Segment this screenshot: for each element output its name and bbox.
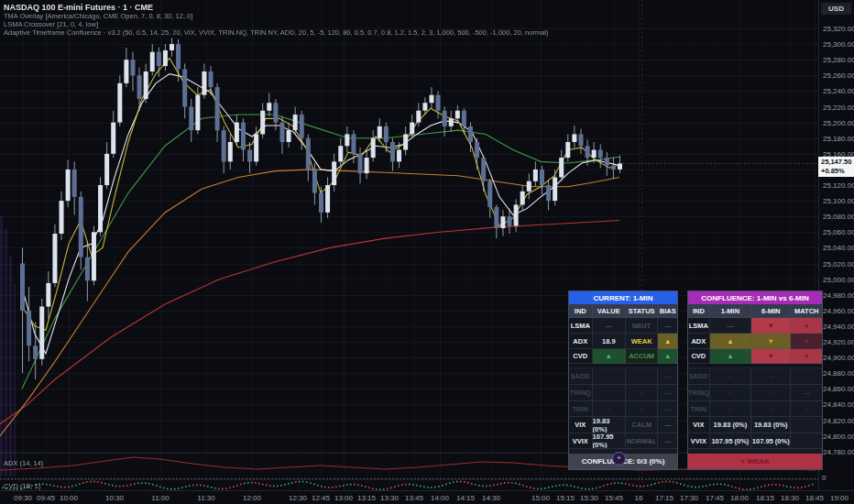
time-tick: 15:30 xyxy=(580,494,598,502)
price-tick: 25,020.00 xyxy=(823,259,854,268)
table-row: ADX▲▼× xyxy=(688,334,822,349)
time-tick: 11:00 xyxy=(151,494,169,502)
price-tick: 25,100.00 xyxy=(823,197,854,205)
time-tick: 12:45 xyxy=(312,494,330,502)
cvd-zero-label: 0 xyxy=(822,474,826,482)
time-tick: 12:30 xyxy=(289,494,307,502)
time-tick: 16 xyxy=(635,494,643,502)
table-cell: - xyxy=(626,385,658,401)
time-tick: 17:15 xyxy=(655,494,673,502)
price-tick: 25,260.00 xyxy=(823,71,854,80)
time-tick: 18:30 xyxy=(781,494,799,502)
table-row: TRIN--- xyxy=(688,401,822,417)
price-tick: 24,900.00 xyxy=(823,354,854,362)
chart-legend: NASDAQ 100 E-mini Futures · 1 · CME TMA … xyxy=(4,3,549,37)
time-tick: 18:00 xyxy=(730,494,749,502)
price-tick: 25,080.00 xyxy=(823,213,854,221)
price-tick: 25,040.00 xyxy=(823,244,854,252)
price-tick: 25,120.00 xyxy=(823,181,854,190)
time-tick: 18:15 xyxy=(756,494,774,502)
event-marker-icon[interactable]: ✦ xyxy=(612,452,626,466)
time-tick: 13:45 xyxy=(405,494,423,502)
table-cell: CALM xyxy=(626,417,658,433)
table-cell xyxy=(593,368,626,385)
table-cell: ▼ xyxy=(751,334,791,349)
table-row: TRINQ--— xyxy=(688,385,822,401)
table-column-header: IND xyxy=(569,304,593,318)
table-cell: × xyxy=(791,334,822,349)
table-column-header: 6-MIN xyxy=(751,304,791,318)
table-cell: — xyxy=(658,368,677,385)
time-tick: 14:15 xyxy=(456,494,475,502)
table-cell: WEAK xyxy=(626,334,658,349)
table-row: CVD▲▼× xyxy=(688,349,822,364)
table-cell: 107.95 (0%) xyxy=(751,433,791,449)
indicator-name: ADX xyxy=(569,334,593,349)
symbol-title[interactable]: NASDAQ 100 E-mini Futures · 1 · CME xyxy=(4,3,549,12)
table-cell: 19.83 (0%) xyxy=(710,417,751,433)
table-cell: ▲ xyxy=(593,349,626,364)
table-cell: ▲ xyxy=(658,334,677,349)
table-section-title: CONFLUENCE: 1-MIN vs 6-MIN xyxy=(688,291,822,304)
table-cell: - xyxy=(710,368,751,385)
table-cell: — xyxy=(658,385,677,401)
time-tick: 09:30 xyxy=(14,494,32,502)
indicator-legend-lsma[interactable]: LSMA Crossover [21, 0, 4, low] xyxy=(4,20,549,28)
indicator-name: CVD xyxy=(569,349,593,364)
cvd-pane-label[interactable]: CVD (1B, 1) xyxy=(4,482,40,490)
table-cell: - xyxy=(626,401,658,417)
time-tick: 09:45 xyxy=(37,494,55,502)
price-tick: 25,060.00 xyxy=(823,228,854,236)
indicator-name: VIX xyxy=(569,417,593,433)
time-tick: 19:00 xyxy=(830,494,849,502)
indicator-name: TRIN xyxy=(688,401,710,417)
indicator-name: VVIX xyxy=(569,433,593,449)
time-tick: 15:45 xyxy=(605,494,623,502)
price-tick: 25,300.00 xyxy=(823,40,854,49)
price-tick: 25,000.00 xyxy=(823,275,854,283)
price-tick: 24,920.00 xyxy=(823,338,854,346)
table-cell: × xyxy=(791,318,822,334)
indicator-legend-tma[interactable]: TMA Overlay [America/Chicago, CME Open, … xyxy=(4,12,549,20)
table-cell: — xyxy=(710,318,751,334)
indicator-legend-atc[interactable]: Adaptive Timeframe Confluence · v3.2 (50… xyxy=(4,28,549,37)
table-cell: NEUT xyxy=(626,318,658,334)
table-row: VIX19.83 (0%)19.83 (0%) xyxy=(688,417,822,433)
indicator-name: VIX xyxy=(688,417,710,433)
price-tick: 25,180.00 xyxy=(823,134,854,142)
indicator-name: ADX xyxy=(688,334,710,349)
table-cell: — xyxy=(658,401,677,417)
table-row: $ADD-- xyxy=(688,368,822,385)
adx-pane-label[interactable]: ADX (14, 14) xyxy=(4,459,43,467)
last-price-label: 25,147.50 +0.85% xyxy=(818,157,854,177)
table-row: VVIX107.95 (0%)107.95 (0%) xyxy=(688,433,822,449)
price-tick: 24,940.00 xyxy=(823,322,854,330)
table-row: TRINQ-— xyxy=(569,385,677,401)
table-cell: 19.83 (0%) xyxy=(593,417,626,433)
time-tick: 17:45 xyxy=(706,494,724,502)
indicator-name: CVD xyxy=(688,349,710,364)
price-tick: 24,980.00 xyxy=(823,290,854,299)
indicator-name: $ADD xyxy=(688,368,710,385)
currency-toggle-button[interactable]: USD xyxy=(821,3,851,15)
table-cell xyxy=(791,433,822,449)
time-tick: 12:00 xyxy=(243,494,261,502)
time-axis[interactable]: 09:3009:4510:0010:3011:0011:3012:0012:30… xyxy=(0,490,854,504)
time-tick: 15:00 xyxy=(531,494,550,502)
table-cell: × xyxy=(791,349,822,364)
table-cell: - xyxy=(751,385,791,401)
price-tick: 24,880.00 xyxy=(823,369,854,378)
time-tick: 17:30 xyxy=(680,494,698,502)
price-tick: 24,820.00 xyxy=(823,416,854,424)
table-cell: NORMAL xyxy=(626,433,658,449)
table-cell: 18.9 xyxy=(593,334,626,349)
price-tick: 25,320.00 xyxy=(823,25,854,33)
table-cell: ▼ xyxy=(751,349,791,364)
table-cell: - xyxy=(751,368,791,385)
time-tick: 14:30 xyxy=(482,494,500,502)
price-axis[interactable]: 25,320.0025,300.0025,280.0025,260.0025,2… xyxy=(818,0,854,490)
table-cell: ▲ xyxy=(710,334,751,349)
table-row: LSMA—NEUT— xyxy=(569,318,677,334)
table-row: CVD▲ACCUM▲ xyxy=(569,349,677,364)
indicator-name: TRINQ xyxy=(688,385,710,401)
